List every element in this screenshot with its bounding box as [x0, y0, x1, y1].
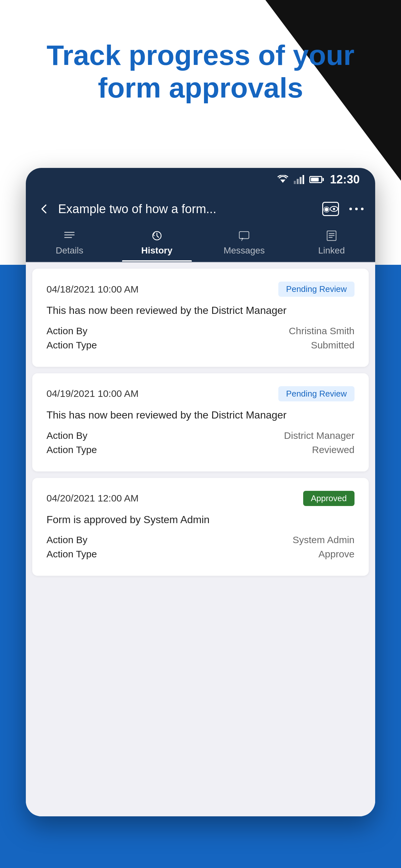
messages-icon	[239, 231, 249, 244]
card-1-header: 04/18/2021 10:00 AM Pending Review	[47, 282, 354, 297]
tab-linked-label: Linked	[318, 245, 345, 256]
card-3-action-by-row: Action By System Admin	[47, 534, 354, 546]
svg-point-7	[349, 208, 352, 210]
linked-icon	[327, 230, 336, 244]
card-2-date: 04/19/2021 10:00 AM	[47, 388, 138, 399]
card-2-action-type-value: Reviewed	[312, 444, 354, 455]
svg-rect-1	[294, 181, 296, 184]
card-3-action-type-label: Action Type	[47, 549, 97, 560]
details-icon	[64, 231, 74, 244]
card-1-badge: Pending Review	[278, 282, 354, 297]
card-1-action-type-value: Submitted	[311, 340, 354, 351]
card-1-date: 04/18/2021 10:00 AM	[47, 284, 138, 295]
tab-details[interactable]: Details	[26, 231, 113, 261]
app-title: Example two of how a form...	[58, 202, 314, 216]
card-2-action-by-label: Action By	[47, 430, 88, 441]
card-2-action-by-value: District Manager	[284, 430, 354, 441]
tab-linked[interactable]: Linked	[288, 230, 375, 261]
app-bar: Example two of how a form...	[26, 191, 375, 227]
tab-messages[interactable]: Messages	[201, 231, 288, 261]
svg-point-9	[361, 208, 364, 210]
svg-rect-18	[329, 237, 333, 238]
history-card-3: 04/20/2021 12:00 AM Approved Form is app…	[32, 478, 369, 576]
svg-rect-14	[239, 231, 249, 239]
svg-rect-3	[300, 177, 302, 184]
tab-details-label: Details	[56, 245, 83, 256]
phone-mockup: 12:30 Example two of how a form...	[26, 168, 375, 816]
card-3-action-by-label: Action By	[47, 534, 88, 546]
card-3-action-type-value: Approve	[318, 549, 354, 560]
status-icons: 12:30	[277, 173, 360, 186]
card-2-action-by-row: Action By District Manager	[47, 430, 354, 441]
card-3-badge: Approved	[303, 491, 354, 506]
card-3-action-by-value: System Admin	[292, 534, 354, 546]
svg-rect-10	[64, 232, 74, 233]
status-bar: 12:30	[26, 168, 375, 191]
svg-rect-4	[303, 175, 304, 184]
status-time: 12:30	[330, 173, 360, 186]
card-1-description: This has now been reviewed by the Distri…	[47, 303, 354, 318]
card-2-description: This has now been reviewed by the Distri…	[47, 408, 354, 423]
app-bar-actions	[322, 202, 364, 216]
card-2-action-type-row: Action Type Reviewed	[47, 444, 354, 455]
svg-point-8	[355, 208, 358, 210]
card-3-description: Form is approved by System Admin	[47, 513, 354, 527]
svg-marker-0	[280, 180, 285, 183]
back-button[interactable]	[37, 203, 50, 215]
preview-button[interactable]	[322, 202, 339, 216]
history-content: 04/18/2021 10:00 AM Pending Review This …	[26, 262, 375, 816]
history-icon	[152, 230, 162, 244]
battery-icon	[309, 176, 322, 183]
card-2-badge: Pending Review	[278, 386, 354, 401]
signal-icon	[294, 175, 304, 184]
tab-history-label: History	[142, 245, 173, 256]
wifi-icon	[277, 175, 289, 184]
card-1-action-by-row: Action By Christina Smith	[47, 326, 354, 337]
card-3-header: 04/20/2021 12:00 AM Approved	[47, 491, 354, 506]
card-1-action-type-label: Action Type	[47, 340, 97, 351]
tabs-bar: Details History	[26, 227, 375, 262]
card-1-action-by-value: Christina Smith	[289, 326, 354, 337]
more-options-button[interactable]	[349, 207, 364, 211]
tab-messages-label: Messages	[223, 245, 265, 256]
tab-history[interactable]: History	[113, 230, 201, 261]
history-card-1: 04/18/2021 10:00 AM Pending Review This …	[32, 269, 369, 367]
history-card-2: 04/19/2021 10:00 AM Pending Review This …	[32, 373, 369, 471]
card-1-action-by-label: Action By	[47, 326, 88, 337]
svg-rect-2	[297, 179, 299, 184]
svg-rect-12	[64, 237, 72, 238]
svg-rect-11	[64, 235, 74, 236]
hero-title: Track progress of your form approvals	[0, 39, 401, 104]
svg-rect-17	[329, 235, 335, 236]
card-1-action-type-row: Action Type Submitted	[47, 340, 354, 351]
card-3-action-type-row: Action Type Approve	[47, 549, 354, 560]
card-2-action-type-label: Action Type	[47, 444, 97, 455]
card-2-header: 04/19/2021 10:00 AM Pending Review	[47, 386, 354, 401]
svg-rect-16	[329, 233, 335, 234]
card-3-date: 04/20/2021 12:00 AM	[47, 493, 138, 504]
svg-point-6	[333, 208, 335, 210]
